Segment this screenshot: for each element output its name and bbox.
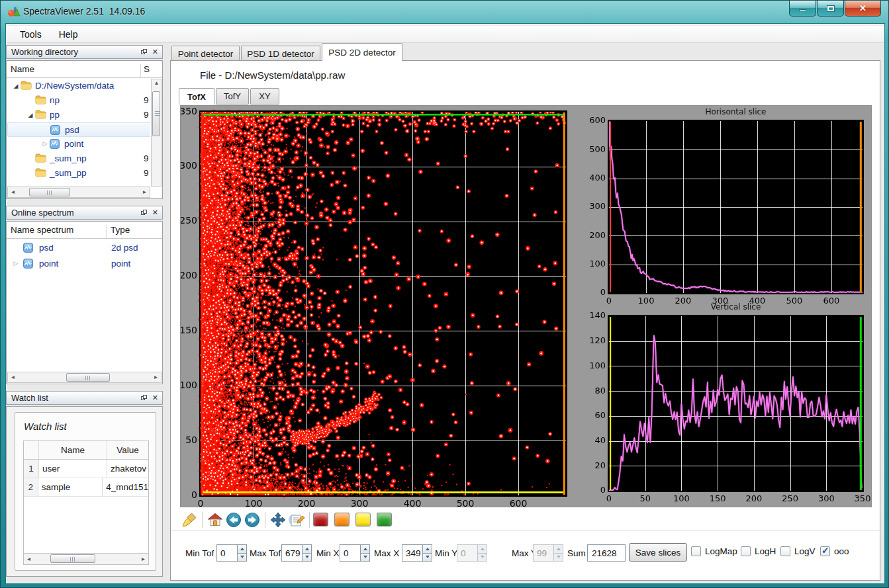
watch-list-header[interactable]: Watch list ✕ xyxy=(6,391,163,405)
title-bar[interactable]: SpectraViewer 2.51 14.09.16 ✕ xyxy=(1,1,888,24)
home-icon xyxy=(207,511,224,528)
scroll-thumb[interactable] xyxy=(66,373,110,382)
ooo-checkbox[interactable] xyxy=(820,546,830,556)
home-button[interactable] xyxy=(206,511,224,529)
close-panel-icon[interactable]: ✕ xyxy=(152,395,158,401)
tree-row[interactable]: ▷point xyxy=(7,137,150,151)
window-title: SpectraViewer 2.51 14.09.16 xyxy=(23,6,145,17)
working-directory-header[interactable]: Working directory ✕ xyxy=(6,45,163,59)
watch-row[interactable]: 2sample4_mnd151 xyxy=(24,478,148,497)
scroll-right-icon[interactable]: ► xyxy=(151,374,161,380)
scroll-left-icon[interactable]: ◄ xyxy=(8,374,18,380)
watch-row-number: 1 xyxy=(24,460,39,478)
close-panel-icon[interactable]: ✕ xyxy=(152,210,158,216)
watch-row[interactable]: 1userzhaketov xyxy=(24,460,148,478)
logv-checkbox[interactable] xyxy=(780,546,790,556)
scroll-thumb[interactable] xyxy=(50,554,95,563)
minimize-button[interactable] xyxy=(789,1,816,17)
horizontal-slice-plot[interactable] xyxy=(578,114,872,312)
logv-label: LogV xyxy=(794,546,816,556)
panel-title: Watch list xyxy=(7,393,141,403)
palette-red-button[interactable] xyxy=(313,513,328,526)
scroll-up-icon[interactable]: ▲ xyxy=(152,80,162,86)
vertical-slice-title: Vertical slice xyxy=(609,302,863,312)
maximize-button[interactable] xyxy=(817,1,844,17)
spin-up-button[interactable] xyxy=(422,544,432,554)
logh-checkbox[interactable] xyxy=(741,546,751,556)
scroll-left-icon[interactable]: ◄ xyxy=(8,189,18,195)
tab-point-detector[interactable]: Point detector xyxy=(171,46,240,61)
expand-open-icon[interactable]: ◢ xyxy=(13,83,19,89)
scroll-thumb[interactable] xyxy=(152,91,160,136)
online-spectrum-table: Name spectrum Type psd2d psd▷pointpoint … xyxy=(6,221,163,384)
scroll-left-icon[interactable]: ◄ xyxy=(24,556,34,562)
ooo-label: ooo xyxy=(834,546,849,556)
tree-row[interactable]: _sum_np9 xyxy=(7,151,150,166)
float-panel-icon[interactable] xyxy=(141,395,148,401)
spin-down-button[interactable] xyxy=(422,554,432,562)
min-tof-input[interactable] xyxy=(216,544,237,562)
vertical-slice-plot[interactable] xyxy=(578,312,872,508)
watch-table-header[interactable]: Name Value xyxy=(24,441,148,460)
watch-horizontal-scrollbar[interactable]: ◄ ► xyxy=(24,553,148,564)
tree-row[interactable]: _sum_pp9 xyxy=(7,166,150,181)
logv-checkbox-group: LogV xyxy=(780,546,816,556)
min-y-input xyxy=(457,544,477,562)
menu-help[interactable]: Help xyxy=(52,28,85,41)
tofx-map-plot[interactable] xyxy=(181,106,578,508)
min-x-input[interactable] xyxy=(340,544,360,562)
scroll-right-icon[interactable]: ► xyxy=(140,189,150,195)
tree-row[interactable]: np9 xyxy=(7,93,150,108)
tree-item-label: np xyxy=(50,95,60,105)
folder-icon xyxy=(35,110,46,121)
tree-row[interactable]: psd xyxy=(7,122,150,137)
back-button[interactable] xyxy=(224,511,243,529)
save-slices-button[interactable]: Save slices xyxy=(629,543,687,562)
float-panel-icon[interactable] xyxy=(141,49,148,55)
scroll-thumb[interactable] xyxy=(29,188,70,196)
tab-xy[interactable]: XY xyxy=(250,88,279,105)
spectrum-column-header[interactable]: Name spectrum Type xyxy=(7,222,162,239)
spectrum-horizontal-scrollbar[interactable]: ◄ ► xyxy=(7,372,162,383)
expand-closed-icon[interactable]: ▷ xyxy=(13,260,19,267)
spin-down-button[interactable] xyxy=(237,554,247,562)
forward-button[interactable] xyxy=(243,511,261,529)
spin-down-button xyxy=(553,554,563,562)
sum-input[interactable] xyxy=(587,544,626,562)
close-panel-icon[interactable]: ✕ xyxy=(152,49,158,55)
logmap-checkbox[interactable] xyxy=(691,546,701,556)
edit-button[interactable] xyxy=(287,511,306,529)
watch-name: sample xyxy=(38,478,103,496)
max-tof-input[interactable] xyxy=(281,544,302,562)
expand-open-icon[interactable]: ◢ xyxy=(27,112,34,118)
tab-tofy[interactable]: TofY xyxy=(216,88,249,105)
palette-green-button[interactable] xyxy=(377,513,392,526)
spectrum-row[interactable]: ▷pointpoint xyxy=(7,257,162,271)
spin-down-button[interactable] xyxy=(360,554,370,562)
tab-psd-1d-detector[interactable]: PSD 1D detector xyxy=(241,46,320,61)
spectrum-row[interactable]: psd2d psd xyxy=(7,241,162,255)
tree-horizontal-scrollbar[interactable]: ◄ ► xyxy=(7,187,150,198)
max-x-input[interactable] xyxy=(402,544,422,562)
min-tof-label: Min Tof xyxy=(185,548,214,558)
spin-down-button[interactable] xyxy=(302,554,312,562)
palette-orange-button[interactable] xyxy=(334,513,350,526)
brush-button[interactable] xyxy=(180,511,199,529)
palette-yellow-button[interactable] xyxy=(355,513,371,526)
scroll-right-icon[interactable]: ► xyxy=(138,556,148,562)
spin-up-button[interactable] xyxy=(360,544,370,554)
spin-up-button[interactable] xyxy=(237,544,247,554)
spin-up-button[interactable] xyxy=(302,544,312,554)
online-spectrum-header[interactable]: Online spectrum ✕ xyxy=(6,206,163,220)
close-button[interactable]: ✕ xyxy=(845,1,881,17)
tree-row[interactable]: ◢D:/NewSystem/data xyxy=(7,79,150,93)
float-panel-icon[interactable] xyxy=(141,210,148,216)
tree-row[interactable]: ◢pp9 xyxy=(7,108,150,122)
tree-column-header[interactable]: Name S xyxy=(7,61,162,78)
pan-button[interactable] xyxy=(269,511,287,529)
expand-closed-icon[interactable]: ▷ xyxy=(42,140,48,147)
tab-tofx[interactable]: TofX xyxy=(179,88,214,105)
tree-vertical-scrollbar[interactable]: ▲ xyxy=(151,79,162,187)
menu-tools[interactable]: Tools xyxy=(13,28,48,41)
tab-psd-2d-detector[interactable]: PSD 2D detector xyxy=(322,43,402,61)
